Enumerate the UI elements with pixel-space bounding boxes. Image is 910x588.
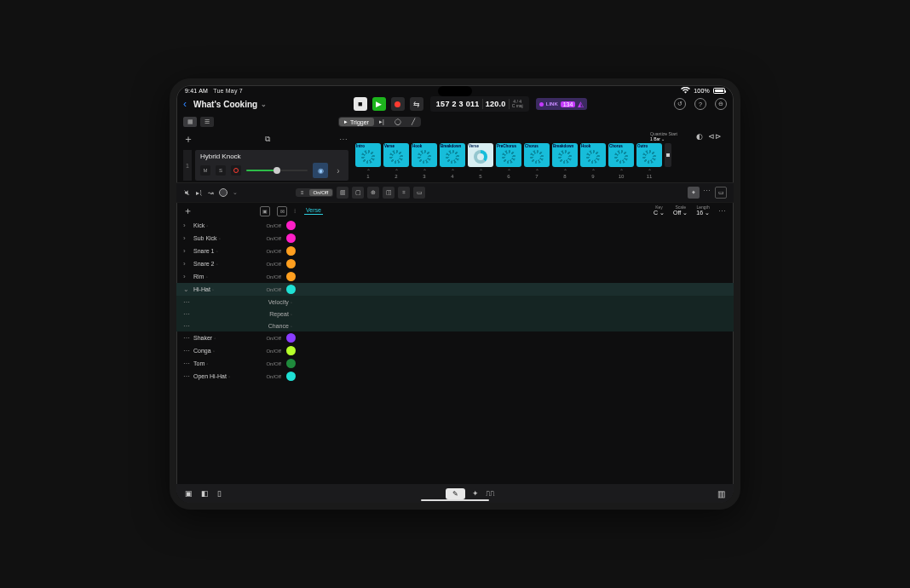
lane-onoff-label[interactable]: On/Off <box>266 274 281 280</box>
quantize-start[interactable]: Quantize Start 1 Bar ⌄ <box>650 132 677 141</box>
param-header[interactable]: ⋯Chance◦ <box>176 322 296 330</box>
play-button[interactable]: ▶ <box>372 97 386 111</box>
camera-button[interactable]: ▣ <box>185 489 193 498</box>
tool-b-button[interactable]: ▢ <box>352 187 364 199</box>
param-more-icon[interactable]: ⋯ <box>183 310 190 318</box>
solo-button[interactable]: S <box>216 165 226 176</box>
lane-header[interactable]: ›Rim◦On/Off <box>176 272 296 281</box>
lane-expand-caret[interactable]: ⋯ <box>183 334 190 342</box>
lane-header[interactable]: ›Snare 1◦On/Off <box>176 246 296 256</box>
project-title[interactable]: What's Cooking ⌄ <box>193 100 267 109</box>
lane-onoff-label[interactable]: On/Off <box>266 287 281 292</box>
step-grid[interactable]: ›Kick◦On/Off›Sub Kick◦On/Off›Snare 1◦On/… <box>176 219 734 383</box>
track-volume-slider[interactable] <box>246 170 308 171</box>
section-card[interactable]: Verse <box>383 143 409 167</box>
lane-onoff-label[interactable]: On/Off <box>266 361 281 366</box>
tool-d-button[interactable]: ⌗ <box>398 187 410 199</box>
lane-expand-caret[interactable]: › <box>183 247 190 255</box>
track-detail-button[interactable]: › <box>333 166 343 176</box>
song-sections[interactable]: Intro⌃1Verse⌃2Hook⌃3Breakdown⌃4Verse⌃5Pr… <box>355 142 727 181</box>
grid-view-toggle[interactable]: ▦ <box>183 117 197 127</box>
lane-header[interactable]: ›Snare 2◦On/Off <box>176 259 296 268</box>
lane-header[interactable]: ⋯Open Hi-Hat◦On/Off <box>176 372 296 381</box>
lane-expand-caret[interactable]: ⌄ <box>183 285 190 293</box>
mic-button[interactable]: ◧ <box>201 489 209 498</box>
lcd-display[interactable]: 157 2 3 011 120.0 4 / 4 C maj <box>430 96 529 112</box>
section-cell[interactable]: Breakdown⌃4 <box>440 143 465 179</box>
tool-add-button[interactable]: ⊕ <box>367 187 379 199</box>
close-panel-button[interactable]: ▭ <box>715 187 727 199</box>
section-card[interactable]: PreChorus <box>496 143 521 167</box>
lane-onoff-label[interactable]: On/Off <box>266 349 281 354</box>
step-mode-onoff[interactable]: On/Off <box>309 189 333 196</box>
section-cell[interactable]: Verse⌃2 <box>383 143 409 179</box>
lane-instrument-icon[interactable] <box>286 359 296 368</box>
lane-view-b-button[interactable]: ⊠ <box>277 206 287 216</box>
section-cell[interactable]: Outro⌃11 <box>636 143 662 179</box>
grid-more-button[interactable]: ⋯ <box>703 187 711 199</box>
add-lane-button[interactable]: ＋ <box>183 205 195 217</box>
lane-instrument-icon[interactable] <box>286 246 296 256</box>
trigger-mode-trigger[interactable]: ▸ Trigger <box>339 118 374 126</box>
tool-e-button[interactable]: ▭ <box>413 187 425 199</box>
history-button[interactable]: ↺ <box>674 98 686 110</box>
track-header[interactable]: Hybrid Knock M S ◉ › <box>195 150 348 181</box>
param-more-icon[interactable]: ⋯ <box>183 298 190 306</box>
lane-instrument-icon[interactable] <box>286 285 296 294</box>
stop-button[interactable]: ■ <box>354 97 367 111</box>
section-cell[interactable]: Chorus⌃10 <box>608 143 634 179</box>
sections-stop-button[interactable] <box>665 143 671 167</box>
lane-header[interactable]: ⌄Hi-Hat◦On/Off <box>176 285 296 294</box>
section-cell[interactable]: Verse⌃5 <box>468 143 493 179</box>
step-mode-bars-icon[interactable]: ≡ <box>297 189 308 196</box>
track-record-enable[interactable] <box>231 165 241 176</box>
cycle-button[interactable]: ⇆ <box>410 97 423 111</box>
tool-c-button[interactable]: ◫ <box>383 187 395 199</box>
duplicate-button[interactable]: ⧉ <box>265 135 270 144</box>
metronome-icon[interactable]: ◭ <box>578 100 584 108</box>
mixer-tool-button[interactable]: ⎍⎍ <box>486 489 494 498</box>
lane-expand-caret[interactable]: › <box>183 273 190 280</box>
length-param[interactable]: Length16 ⌄ <box>696 205 710 216</box>
scale-param[interactable]: ScaleOff ⌄ <box>673 205 688 216</box>
link-panel[interactable]: LINK 134 ◭ <box>536 98 588 110</box>
lane-onoff-label[interactable]: On/Off <box>266 223 281 228</box>
lane-instrument-icon[interactable] <box>286 346 296 355</box>
param-more-icon[interactable]: ⋯ <box>183 322 190 330</box>
keyboard-button[interactable]: ▥ <box>717 489 725 499</box>
section-card[interactable]: Breakdown <box>552 143 578 167</box>
settings-button[interactable]: ⊖ <box>715 98 727 110</box>
record-button[interactable] <box>391 97 405 111</box>
trigger-mode-segmented[interactable]: ▸ Trigger ▸| ◯ ╱ <box>338 117 421 127</box>
section-card[interactable]: Chorus <box>524 143 550 167</box>
key-param[interactable]: KeyC ⌄ <box>654 205 665 216</box>
section-card[interactable]: Verse <box>468 143 493 167</box>
project-dropdown-icon[interactable]: ⌄ <box>261 101 267 108</box>
lane-expand-caret[interactable]: › <box>183 222 190 229</box>
lane-expand-caret[interactable]: ⋯ <box>183 360 190 367</box>
lane-instrument-icon[interactable] <box>286 221 296 230</box>
section-cell[interactable]: Intro⌃1 <box>355 143 381 179</box>
back-button[interactable]: ‹ <box>183 98 187 110</box>
lane-onoff-label[interactable]: On/Off <box>266 262 281 267</box>
infinity-toggle-icon[interactable]: ⊲⊳ <box>708 132 722 141</box>
focus-button[interactable]: ⌖ <box>688 187 700 199</box>
trigger-mode-loop[interactable]: ◯ <box>389 118 406 126</box>
lane-onoff-label[interactable]: On/Off <box>266 249 281 254</box>
wand-tool-button[interactable]: ✦ <box>472 489 479 498</box>
lane-expand-caret[interactable]: ⋯ <box>183 372 190 380</box>
help-button[interactable]: ? <box>694 98 706 110</box>
lane-instrument-icon[interactable] <box>286 372 296 381</box>
pencil-tool-button[interactable]: ✎ <box>446 488 465 499</box>
lane-instrument-icon[interactable] <box>286 233 296 243</box>
lane-more-icon[interactable]: ⁝ <box>294 208 296 215</box>
lane-header[interactable]: ›Sub Kick◦On/Off <box>176 233 296 243</box>
lane-header[interactable]: ⋯Tom◦On/Off <box>176 359 296 368</box>
tool-a-button[interactable]: ▥ <box>337 187 348 199</box>
pattern-name-label[interactable]: Verse <box>304 207 323 215</box>
trigger-mode-edit[interactable]: ╱ <box>406 118 420 126</box>
section-cell[interactable]: Breakdown⌃8 <box>552 143 578 179</box>
section-cell[interactable]: Hook⌃9 <box>580 143 606 179</box>
lane-onoff-label[interactable]: On/Off <box>266 336 281 341</box>
lane-instrument-icon[interactable] <box>286 333 296 343</box>
